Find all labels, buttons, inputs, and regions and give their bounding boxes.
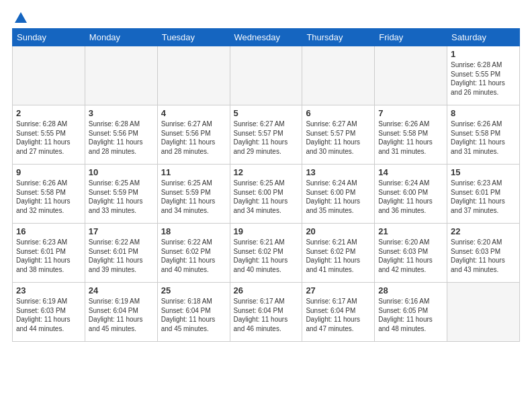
calendar-cell: 4Sunrise: 6:27 AMSunset: 5:56 PMDaylight… bbox=[157, 105, 230, 165]
day-number: 3 bbox=[89, 108, 154, 118]
day-info: Sunrise: 6:19 AMSunset: 6:04 PMDaylight:… bbox=[89, 297, 154, 333]
day-number: 20 bbox=[306, 226, 371, 236]
day-number: 17 bbox=[89, 226, 154, 236]
calendar-cell: 14Sunrise: 6:24 AMSunset: 6:00 PMDayligh… bbox=[375, 165, 447, 224]
weekday-header-monday: Monday bbox=[85, 29, 157, 46]
calendar-cell bbox=[13, 46, 85, 105]
day-number: 16 bbox=[16, 226, 81, 236]
day-info: Sunrise: 6:25 AMSunset: 5:59 PMDaylight:… bbox=[89, 179, 154, 215]
calendar-cell: 24Sunrise: 6:19 AMSunset: 6:04 PMDayligh… bbox=[85, 283, 157, 342]
calendar-cell: 9Sunrise: 6:26 AMSunset: 5:58 PMDaylight… bbox=[13, 165, 85, 224]
day-number: 13 bbox=[306, 167, 371, 177]
day-number: 14 bbox=[378, 167, 443, 177]
day-info: Sunrise: 6:24 AMSunset: 6:00 PMDaylight:… bbox=[378, 179, 443, 215]
weekday-header-saturday: Saturday bbox=[447, 29, 520, 46]
day-info: Sunrise: 6:28 AMSunset: 5:55 PMDaylight:… bbox=[16, 120, 81, 156]
calendar-cell: 6Sunrise: 6:27 AMSunset: 5:57 PMDaylight… bbox=[302, 105, 375, 165]
day-info: Sunrise: 6:27 AMSunset: 5:57 PMDaylight:… bbox=[306, 120, 371, 156]
page: SundayMondayTuesdayWednesdayThursdayFrid… bbox=[0, 0, 532, 411]
day-info: Sunrise: 6:21 AMSunset: 6:02 PMDaylight:… bbox=[306, 238, 371, 274]
calendar-cell: 22Sunrise: 6:20 AMSunset: 6:03 PMDayligh… bbox=[447, 224, 520, 283]
week-row-0: 1Sunrise: 6:28 AMSunset: 5:55 PMDaylight… bbox=[13, 46, 520, 105]
calendar-cell: 20Sunrise: 6:21 AMSunset: 6:02 PMDayligh… bbox=[302, 224, 375, 283]
day-number: 26 bbox=[234, 285, 299, 295]
calendar-cell: 3Sunrise: 6:28 AMSunset: 5:56 PMDaylight… bbox=[85, 105, 157, 165]
day-info: Sunrise: 6:27 AMSunset: 5:56 PMDaylight:… bbox=[161, 120, 226, 156]
calendar-cell: 19Sunrise: 6:21 AMSunset: 6:02 PMDayligh… bbox=[230, 224, 302, 283]
day-info: Sunrise: 6:20 AMSunset: 6:03 PMDaylight:… bbox=[378, 238, 443, 274]
day-number: 18 bbox=[161, 226, 226, 236]
weekday-header-thursday: Thursday bbox=[302, 29, 375, 46]
day-number: 25 bbox=[161, 285, 226, 295]
day-info: Sunrise: 6:24 AMSunset: 6:00 PMDaylight:… bbox=[306, 179, 371, 215]
day-number: 5 bbox=[234, 108, 299, 118]
day-number: 22 bbox=[451, 226, 516, 236]
day-number: 6 bbox=[306, 108, 371, 118]
calendar-cell: 27Sunrise: 6:17 AMSunset: 6:04 PMDayligh… bbox=[302, 283, 375, 342]
calendar-cell: 13Sunrise: 6:24 AMSunset: 6:00 PMDayligh… bbox=[302, 165, 375, 224]
day-info: Sunrise: 6:16 AMSunset: 6:05 PMDaylight:… bbox=[378, 297, 443, 333]
calendar-cell: 1Sunrise: 6:28 AMSunset: 5:55 PMDaylight… bbox=[447, 46, 520, 105]
day-number: 19 bbox=[234, 226, 299, 236]
day-info: Sunrise: 6:28 AMSunset: 5:55 PMDaylight:… bbox=[451, 60, 516, 97]
calendar-cell: 7Sunrise: 6:26 AMSunset: 5:58 PMDaylight… bbox=[375, 105, 447, 165]
weekday-header-row: SundayMondayTuesdayWednesdayThursdayFrid… bbox=[13, 29, 520, 46]
logo-icon bbox=[13, 11, 28, 26]
day-info: Sunrise: 6:23 AMSunset: 6:01 PMDaylight:… bbox=[16, 238, 81, 274]
calendar-cell: 2Sunrise: 6:28 AMSunset: 5:55 PMDaylight… bbox=[13, 105, 85, 165]
weekday-header-wednesday: Wednesday bbox=[230, 29, 302, 46]
calendar-cell: 28Sunrise: 6:16 AMSunset: 6:05 PMDayligh… bbox=[375, 283, 447, 342]
day-info: Sunrise: 6:22 AMSunset: 6:01 PMDaylight:… bbox=[89, 238, 154, 274]
day-info: Sunrise: 6:19 AMSunset: 6:03 PMDaylight:… bbox=[16, 297, 81, 333]
day-info: Sunrise: 6:26 AMSunset: 5:58 PMDaylight:… bbox=[451, 120, 516, 156]
calendar-cell bbox=[447, 283, 520, 342]
calendar-cell: 8Sunrise: 6:26 AMSunset: 5:58 PMDaylight… bbox=[447, 105, 520, 165]
day-info: Sunrise: 6:17 AMSunset: 6:04 PMDaylight:… bbox=[234, 297, 299, 333]
calendar-cell: 15Sunrise: 6:23 AMSunset: 6:01 PMDayligh… bbox=[447, 165, 520, 224]
calendar-cell: 11Sunrise: 6:25 AMSunset: 5:59 PMDayligh… bbox=[157, 165, 230, 224]
svg-marker-0 bbox=[15, 12, 27, 23]
day-number: 1 bbox=[451, 49, 516, 59]
day-number: 10 bbox=[89, 167, 154, 177]
day-number: 21 bbox=[378, 226, 443, 236]
day-number: 23 bbox=[16, 285, 81, 295]
week-row-4: 23Sunrise: 6:19 AMSunset: 6:03 PMDayligh… bbox=[13, 283, 520, 342]
calendar-cell: 18Sunrise: 6:22 AMSunset: 6:02 PMDayligh… bbox=[157, 224, 230, 283]
calendar-cell: 10Sunrise: 6:25 AMSunset: 5:59 PMDayligh… bbox=[85, 165, 157, 224]
week-row-3: 16Sunrise: 6:23 AMSunset: 6:01 PMDayligh… bbox=[13, 224, 520, 283]
day-number: 7 bbox=[378, 108, 443, 118]
day-info: Sunrise: 6:20 AMSunset: 6:03 PMDaylight:… bbox=[451, 238, 516, 274]
day-number: 27 bbox=[306, 285, 371, 295]
day-number: 8 bbox=[451, 108, 516, 118]
day-info: Sunrise: 6:25 AMSunset: 5:59 PMDaylight:… bbox=[161, 179, 226, 215]
day-info: Sunrise: 6:21 AMSunset: 6:02 PMDaylight:… bbox=[234, 238, 299, 274]
weekday-header-tuesday: Tuesday bbox=[157, 29, 230, 46]
day-number: 9 bbox=[16, 167, 81, 177]
day-number: 24 bbox=[89, 285, 154, 295]
week-row-1: 2Sunrise: 6:28 AMSunset: 5:55 PMDaylight… bbox=[13, 105, 520, 165]
day-info: Sunrise: 6:26 AMSunset: 5:58 PMDaylight:… bbox=[16, 179, 81, 215]
day-number: 2 bbox=[16, 108, 81, 118]
calendar-cell bbox=[375, 46, 447, 105]
day-info: Sunrise: 6:17 AMSunset: 6:04 PMDaylight:… bbox=[306, 297, 371, 333]
day-info: Sunrise: 6:22 AMSunset: 6:02 PMDaylight:… bbox=[161, 238, 226, 274]
calendar-cell: 17Sunrise: 6:22 AMSunset: 6:01 PMDayligh… bbox=[85, 224, 157, 283]
day-info: Sunrise: 6:26 AMSunset: 5:58 PMDaylight:… bbox=[378, 120, 443, 156]
day-number: 12 bbox=[234, 167, 299, 177]
calendar-cell: 12Sunrise: 6:25 AMSunset: 6:00 PMDayligh… bbox=[230, 165, 302, 224]
day-info: Sunrise: 6:27 AMSunset: 5:57 PMDaylight:… bbox=[234, 120, 299, 156]
calendar-cell bbox=[230, 46, 302, 105]
calendar-cell: 21Sunrise: 6:20 AMSunset: 6:03 PMDayligh… bbox=[375, 224, 447, 283]
calendar-cell: 16Sunrise: 6:23 AMSunset: 6:01 PMDayligh… bbox=[13, 224, 85, 283]
calendar: SundayMondayTuesdayWednesdayThursdayFrid… bbox=[12, 28, 520, 342]
day-number: 4 bbox=[161, 108, 226, 118]
calendar-cell: 23Sunrise: 6:19 AMSunset: 6:03 PMDayligh… bbox=[13, 283, 85, 342]
day-info: Sunrise: 6:23 AMSunset: 6:01 PMDaylight:… bbox=[451, 179, 516, 215]
calendar-cell bbox=[302, 46, 375, 105]
day-info: Sunrise: 6:18 AMSunset: 6:04 PMDaylight:… bbox=[161, 297, 226, 333]
calendar-cell: 26Sunrise: 6:17 AMSunset: 6:04 PMDayligh… bbox=[230, 283, 302, 342]
calendar-cell: 25Sunrise: 6:18 AMSunset: 6:04 PMDayligh… bbox=[157, 283, 230, 342]
calendar-cell bbox=[157, 46, 230, 105]
weekday-header-sunday: Sunday bbox=[13, 29, 85, 46]
header bbox=[12, 11, 520, 23]
